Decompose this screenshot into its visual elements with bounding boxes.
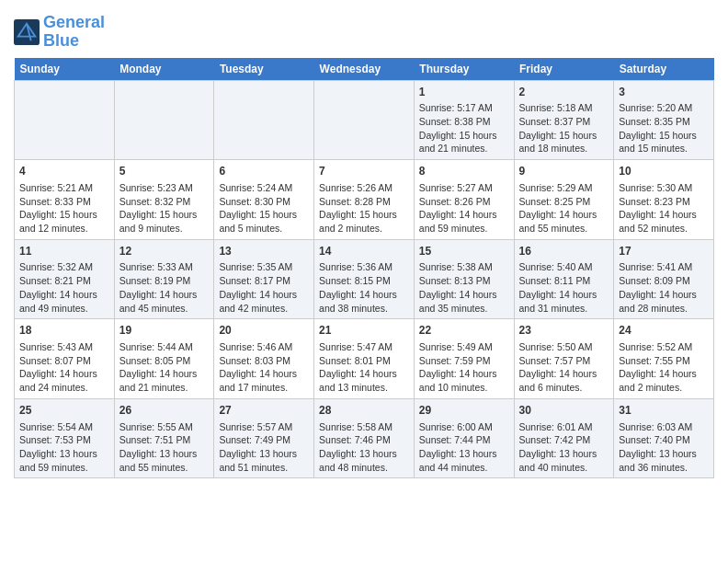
- calendar-cell: 31Sunrise: 6:03 AM Sunset: 7:40 PM Dayli…: [614, 398, 714, 478]
- calendar-week-4: 18Sunrise: 5:43 AM Sunset: 8:07 PM Dayli…: [15, 319, 714, 399]
- day-number: 31: [619, 403, 709, 419]
- day-number: 3: [619, 85, 709, 100]
- day-number: 14: [319, 244, 409, 259]
- header-wednesday: Wednesday: [314, 58, 415, 81]
- day-number: 27: [219, 403, 309, 419]
- day-number: 17: [619, 244, 709, 259]
- calendar-cell: [15, 80, 115, 160]
- day-detail: Sunrise: 5:55 AM Sunset: 7:51 PM Dayligh…: [119, 420, 210, 475]
- day-detail: Sunrise: 5:52 AM Sunset: 7:55 PM Dayligh…: [619, 340, 709, 395]
- calendar-cell: 21Sunrise: 5:47 AM Sunset: 8:01 PM Dayli…: [314, 319, 415, 399]
- calendar-cell: 7Sunrise: 5:26 AM Sunset: 8:28 PM Daylig…: [314, 160, 415, 240]
- day-number: 13: [219, 244, 309, 259]
- day-number: 6: [219, 164, 309, 179]
- day-detail: Sunrise: 5:35 AM Sunset: 8:17 PM Dayligh…: [219, 260, 309, 315]
- day-number: 24: [619, 323, 709, 339]
- day-detail: Sunrise: 5:17 AM Sunset: 8:38 PM Dayligh…: [419, 101, 509, 155]
- day-number: 19: [119, 323, 210, 339]
- day-number: 12: [119, 244, 210, 259]
- calendar-cell: 1Sunrise: 5:17 AM Sunset: 8:38 PM Daylig…: [414, 80, 514, 160]
- day-number: 29: [419, 403, 509, 419]
- calendar-cell: 29Sunrise: 6:00 AM Sunset: 7:44 PM Dayli…: [414, 398, 514, 478]
- day-number: 16: [519, 244, 609, 259]
- day-number: 30: [519, 403, 609, 419]
- day-number: 26: [119, 403, 210, 419]
- calendar-cell: 23Sunrise: 5:50 AM Sunset: 7:57 PM Dayli…: [514, 319, 614, 399]
- calendar-cell: [314, 80, 415, 160]
- day-number: 4: [19, 164, 109, 179]
- day-detail: Sunrise: 5:21 AM Sunset: 8:33 PM Dayligh…: [19, 181, 109, 236]
- day-detail: Sunrise: 5:41 AM Sunset: 8:09 PM Dayligh…: [619, 260, 709, 315]
- calendar-week-2: 4Sunrise: 5:21 AM Sunset: 8:33 PM Daylig…: [15, 160, 714, 240]
- calendar-cell: 16Sunrise: 5:40 AM Sunset: 8:11 PM Dayli…: [514, 239, 614, 319]
- calendar-cell: 10Sunrise: 5:30 AM Sunset: 8:23 PM Dayli…: [614, 160, 714, 240]
- day-number: 5: [119, 164, 210, 179]
- day-detail: Sunrise: 5:58 AM Sunset: 7:46 PM Dayligh…: [319, 420, 409, 475]
- calendar-cell: 26Sunrise: 5:55 AM Sunset: 7:51 PM Dayli…: [114, 398, 214, 478]
- day-number: 11: [19, 244, 109, 259]
- day-detail: Sunrise: 5:24 AM Sunset: 8:30 PM Dayligh…: [219, 181, 309, 236]
- day-number: 25: [19, 403, 109, 419]
- day-number: 9: [519, 164, 609, 179]
- day-detail: Sunrise: 5:47 AM Sunset: 8:01 PM Dayligh…: [319, 340, 409, 395]
- calendar-cell: 12Sunrise: 5:33 AM Sunset: 8:19 PM Dayli…: [114, 239, 214, 319]
- day-detail: Sunrise: 5:20 AM Sunset: 8:35 PM Dayligh…: [619, 101, 709, 155]
- day-number: 21: [319, 323, 409, 339]
- calendar-cell: 2Sunrise: 5:18 AM Sunset: 8:37 PM Daylig…: [514, 80, 614, 160]
- day-detail: Sunrise: 5:29 AM Sunset: 8:25 PM Dayligh…: [519, 181, 609, 236]
- day-detail: Sunrise: 5:57 AM Sunset: 7:49 PM Dayligh…: [219, 420, 309, 475]
- calendar-cell: 5Sunrise: 5:23 AM Sunset: 8:32 PM Daylig…: [114, 160, 214, 240]
- calendar-header: SundayMondayTuesdayWednesdayThursdayFrid…: [15, 58, 714, 81]
- day-detail: Sunrise: 5:54 AM Sunset: 7:53 PM Dayligh…: [19, 420, 109, 475]
- day-detail: Sunrise: 5:40 AM Sunset: 8:11 PM Dayligh…: [519, 260, 609, 315]
- calendar-cell: 18Sunrise: 5:43 AM Sunset: 8:07 PM Dayli…: [15, 319, 115, 399]
- header-friday: Friday: [514, 58, 614, 81]
- day-number: 18: [19, 323, 109, 339]
- day-detail: Sunrise: 5:32 AM Sunset: 8:21 PM Dayligh…: [19, 260, 109, 315]
- calendar-cell: 13Sunrise: 5:35 AM Sunset: 8:17 PM Dayli…: [214, 239, 314, 319]
- calendar-cell: [114, 80, 214, 160]
- calendar-cell: 30Sunrise: 6:01 AM Sunset: 7:42 PM Dayli…: [514, 398, 614, 478]
- day-detail: Sunrise: 6:00 AM Sunset: 7:44 PM Dayligh…: [419, 420, 509, 475]
- calendar-cell: 27Sunrise: 5:57 AM Sunset: 7:49 PM Dayli…: [214, 398, 314, 478]
- calendar-cell: 24Sunrise: 5:52 AM Sunset: 7:55 PM Dayli…: [614, 319, 714, 399]
- day-number: 20: [219, 323, 309, 339]
- day-number: 22: [419, 323, 509, 339]
- calendar-cell: 17Sunrise: 5:41 AM Sunset: 8:09 PM Dayli…: [614, 239, 714, 319]
- calendar-cell: 15Sunrise: 5:38 AM Sunset: 8:13 PM Dayli…: [414, 239, 514, 319]
- header-saturday: Saturday: [614, 58, 714, 81]
- day-detail: Sunrise: 5:23 AM Sunset: 8:32 PM Dayligh…: [119, 181, 210, 236]
- day-detail: Sunrise: 5:49 AM Sunset: 7:59 PM Dayligh…: [419, 340, 509, 395]
- calendar-week-5: 25Sunrise: 5:54 AM Sunset: 7:53 PM Dayli…: [15, 398, 714, 478]
- day-detail: Sunrise: 6:01 AM Sunset: 7:42 PM Dayligh…: [519, 420, 609, 475]
- calendar-cell: 14Sunrise: 5:36 AM Sunset: 8:15 PM Dayli…: [314, 239, 415, 319]
- day-detail: Sunrise: 5:33 AM Sunset: 8:19 PM Dayligh…: [119, 260, 210, 315]
- day-detail: Sunrise: 5:18 AM Sunset: 8:37 PM Dayligh…: [519, 101, 609, 155]
- calendar-cell: 4Sunrise: 5:21 AM Sunset: 8:33 PM Daylig…: [15, 160, 115, 240]
- calendar-week-1: 1Sunrise: 5:17 AM Sunset: 8:38 PM Daylig…: [15, 80, 714, 160]
- header-monday: Monday: [114, 58, 214, 81]
- calendar-cell: 28Sunrise: 5:58 AM Sunset: 7:46 PM Dayli…: [314, 398, 415, 478]
- day-detail: Sunrise: 5:38 AM Sunset: 8:13 PM Dayligh…: [419, 260, 509, 315]
- logo: GeneralBlue: [14, 14, 105, 51]
- day-detail: Sunrise: 5:50 AM Sunset: 7:57 PM Dayligh…: [519, 340, 609, 395]
- calendar-cell: 6Sunrise: 5:24 AM Sunset: 8:30 PM Daylig…: [214, 160, 314, 240]
- logo-icon: [14, 19, 40, 45]
- day-detail: Sunrise: 5:36 AM Sunset: 8:15 PM Dayligh…: [319, 260, 409, 315]
- day-number: 23: [519, 323, 609, 339]
- day-number: 1: [419, 85, 509, 100]
- header-thursday: Thursday: [414, 58, 514, 81]
- day-detail: Sunrise: 5:44 AM Sunset: 8:05 PM Dayligh…: [119, 340, 210, 395]
- page-header: GeneralBlue: [14, 9, 714, 51]
- day-detail: Sunrise: 5:27 AM Sunset: 8:26 PM Dayligh…: [419, 181, 509, 236]
- calendar-cell: 20Sunrise: 5:46 AM Sunset: 8:03 PM Dayli…: [214, 319, 314, 399]
- header-sunday: Sunday: [15, 58, 115, 81]
- logo-text: GeneralBlue: [43, 14, 105, 51]
- day-detail: Sunrise: 6:03 AM Sunset: 7:40 PM Dayligh…: [619, 420, 709, 475]
- calendar-cell: 3Sunrise: 5:20 AM Sunset: 8:35 PM Daylig…: [614, 80, 714, 160]
- day-detail: Sunrise: 5:26 AM Sunset: 8:28 PM Dayligh…: [319, 181, 409, 236]
- calendar-cell: 22Sunrise: 5:49 AM Sunset: 7:59 PM Dayli…: [414, 319, 514, 399]
- calendar-table: SundayMondayTuesdayWednesdayThursdayFrid…: [14, 58, 714, 479]
- day-number: 28: [319, 403, 409, 419]
- day-detail: Sunrise: 5:43 AM Sunset: 8:07 PM Dayligh…: [19, 340, 109, 395]
